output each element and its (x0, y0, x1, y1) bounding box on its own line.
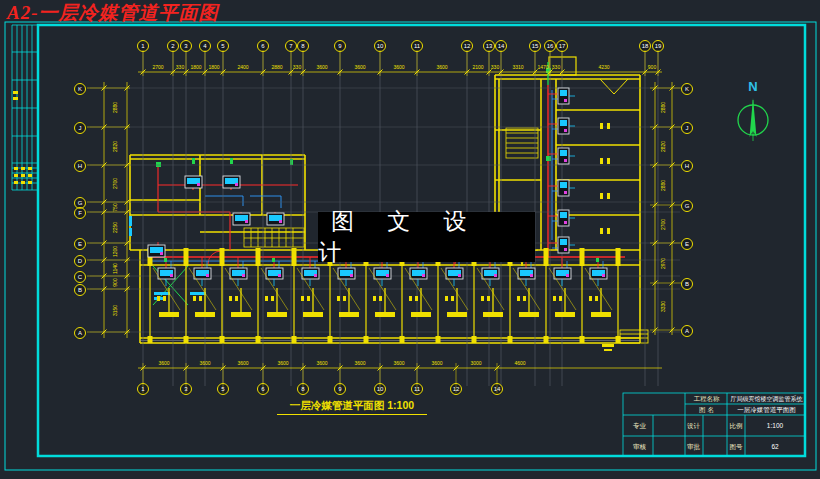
tb-sheet-no-value: 62 (745, 442, 805, 452)
dim-label: 3000 (464, 360, 488, 367)
dim-label: 2400 (231, 64, 255, 71)
dim-label: 330 (483, 64, 507, 71)
axis-bubble-11: 11 (411, 40, 423, 52)
axis-bubble-G: G (681, 200, 693, 212)
axis-bubble-3: 3 (180, 383, 192, 395)
axis-bubble-A: A (681, 325, 693, 337)
dim-label: 3600 (348, 64, 372, 71)
dim-label: 3310 (506, 64, 530, 71)
axis-bubble-E: E (681, 238, 693, 250)
dim-label: 2880 (112, 96, 119, 120)
dim-label: 2820 (112, 135, 119, 159)
axis-bubble-2: 2 (167, 40, 179, 52)
dim-label: 2700 (112, 172, 119, 196)
axis-bubble-3: 3 (180, 40, 192, 52)
axis-bubble-6: 6 (257, 383, 269, 395)
axis-bubble-17: 17 (556, 40, 568, 52)
axis-bubble-14: 14 (495, 40, 507, 52)
dim-label: 4230 (592, 64, 616, 71)
axis-bubble-1: 1 (137, 383, 149, 395)
axis-bubble-B: B (681, 278, 693, 290)
watermark-text: 图 文 设 计 (318, 206, 535, 268)
axis-bubble-13: 13 (483, 40, 495, 52)
plan-caption: 一层冷媒管道平面图 1:100 (277, 399, 427, 415)
dim-label: 3600 (348, 360, 372, 367)
axis-bubble-5: 5 (217, 40, 229, 52)
axis-bubble-1: 1 (137, 40, 149, 52)
axis-bubble-4: 4 (199, 40, 211, 52)
watermark: 图 文 设 计 (318, 212, 535, 262)
axis-bubble-5: 5 (217, 383, 229, 395)
tb-specialty-label: 专业 (626, 421, 653, 431)
tb-drawing-value: 一层冷媒管道平面图 (728, 405, 805, 415)
axis-bubble-15: 15 (529, 40, 541, 52)
dim-label: 330 (285, 64, 309, 71)
axis-bubble-8: 8 (297, 40, 309, 52)
tb-scale-value: 1:100 (745, 421, 805, 431)
dim-label: 1800 (202, 64, 226, 71)
axis-bubble-7: 7 (285, 40, 297, 52)
axis-bubble-H: H (74, 160, 86, 172)
axis-bubble-A: A (74, 327, 86, 339)
dim-label: 3600 (193, 360, 217, 367)
axis-bubble-12: 12 (450, 383, 462, 395)
axis-bubble-16: 16 (544, 40, 556, 52)
tb-approve-label: 审批 (684, 442, 703, 452)
axis-bubble-8: 8 (297, 383, 309, 395)
dim-label: 2880 (660, 96, 667, 120)
axis-bubble-J: J (681, 122, 693, 134)
axis-bubble-B: B (74, 284, 86, 296)
dim-label: 900 (640, 64, 664, 71)
axis-bubble-D: D (74, 255, 86, 267)
dim-label: 330 (544, 64, 568, 71)
dim-label: 3600 (430, 64, 454, 71)
tb-review-label: 审核 (626, 442, 653, 452)
cad-sheet: A2-一层冷媒管道平面图 N 一层冷媒管道平面图 1:100 工程名称 厅局级宾… (0, 0, 820, 479)
tb-drawing-label: 图 名 (687, 405, 726, 415)
axis-bubble-J: J (74, 122, 86, 134)
dim-label: 2970 (660, 252, 667, 276)
axis-bubble-E: E (74, 238, 86, 250)
dim-label: 3600 (271, 360, 295, 367)
tb-scale-label: 比例 (727, 421, 745, 431)
axis-bubble-14: 14 (491, 383, 503, 395)
dim-label: 3600 (425, 360, 449, 367)
dim-label: 3600 (231, 360, 255, 367)
dim-label: 2880 (660, 174, 667, 198)
tb-project-label: 工程名称 (687, 394, 726, 404)
axis-bubble-K: K (681, 83, 693, 95)
dim-label: 3600 (310, 360, 334, 367)
dim-label: 2700 (146, 64, 170, 71)
tb-sheet-no-label: 图号 (727, 442, 745, 452)
dim-label: 900 (112, 271, 119, 295)
north-label: N (745, 79, 761, 94)
tb-design-label: 设计 (684, 421, 703, 431)
dim-label: 3600 (152, 360, 176, 367)
dim-label: 3600 (310, 64, 334, 71)
dim-label: 3600 (387, 360, 411, 367)
axis-bubble-19: 19 (652, 40, 664, 52)
tb-project-value: 厅局级宾馆楼空调监管系统 (728, 394, 805, 404)
axis-bubble-10: 10 (374, 40, 386, 52)
axis-bubble-11: 11 (411, 383, 423, 395)
dim-label: 2700 (660, 213, 667, 237)
axis-bubble-12: 12 (461, 40, 473, 52)
axis-bubble-F: F (74, 207, 86, 219)
dim-label: 2820 (660, 135, 667, 159)
axis-bubble-10: 10 (374, 383, 386, 395)
axis-bubble-K: K (74, 83, 86, 95)
axis-bubble-6: 6 (257, 40, 269, 52)
dim-label: 3330 (660, 295, 667, 319)
axis-bubble-18: 18 (639, 40, 651, 52)
dim-label: 3600 (387, 64, 411, 71)
axis-bubble-9: 9 (334, 40, 346, 52)
axis-bubble-C: C (74, 271, 86, 283)
axis-bubble-H: H (681, 160, 693, 172)
sheet-title: A2-一层冷媒管道平面图 (7, 0, 219, 26)
dim-label: 4600 (508, 360, 532, 367)
dim-label: 3150 (112, 299, 119, 323)
axis-bubble-9: 9 (334, 383, 346, 395)
dim-label: 2250 (112, 216, 119, 240)
